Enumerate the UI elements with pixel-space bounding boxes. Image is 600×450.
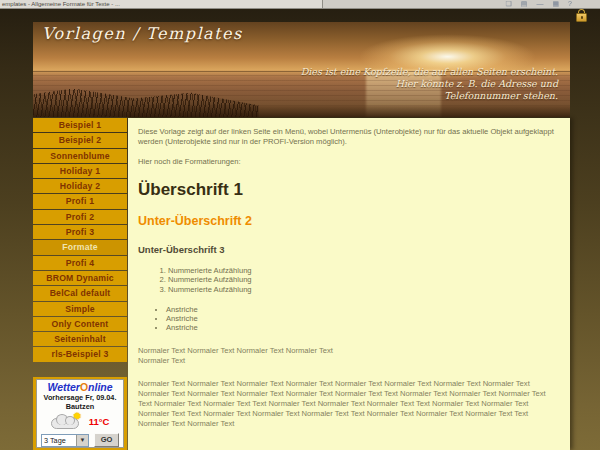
lock-icon bbox=[576, 9, 587, 22]
grid-icon[interactable]: ▤ bbox=[521, 0, 528, 8]
wetteronline-logo[interactable]: WetterOnline bbox=[47, 382, 112, 393]
sidebar-menu-item[interactable]: Profi 3 bbox=[33, 225, 127, 239]
bullet-list-item: Anstriche bbox=[166, 314, 558, 323]
browser-tab-title: emplates - Allgemeine Formate für Texte … bbox=[0, 0, 322, 8]
normal-text-block: Normaler Text Normaler Text Normaler Tex… bbox=[138, 346, 558, 366]
go-button[interactable]: GO bbox=[94, 433, 119, 447]
heading-2: Unter-Überschrift 2 bbox=[138, 214, 558, 228]
forecast-range-select[interactable]: 3 Tage ▼ bbox=[41, 434, 89, 447]
forecast-range-value: 3 Tage bbox=[42, 435, 76, 446]
sidebar-menu-item[interactable]: Only Content bbox=[33, 317, 127, 331]
sidebar-menu-item[interactable]: Sonnenblume bbox=[33, 149, 127, 163]
temperature-value: 11°C bbox=[89, 416, 110, 427]
sidebar-menu-item[interactable]: Formate bbox=[33, 240, 127, 254]
main-content: Diese Vorlage zeigt auf der linken Seite… bbox=[128, 118, 570, 450]
sidebar-menu: Beispiel 1Beispiel 2SonnenblumeHoliday 1… bbox=[33, 118, 127, 362]
intro-paragraph: Diese Vorlage zeigt auf der linken Seite… bbox=[138, 127, 558, 147]
sidebar-menu-item[interactable]: Profi 1 bbox=[33, 194, 127, 208]
long-text-block: Normaler Text Normaler Text Normaler Tex… bbox=[138, 379, 558, 429]
minimize-icon[interactable]: — bbox=[536, 0, 543, 8]
cloud-icon bbox=[51, 418, 79, 429]
sidebar-menu-item[interactable]: Profi 4 bbox=[33, 256, 127, 270]
header-tagline: Dies ist eine Kopfzeile, die auf allen S… bbox=[301, 66, 558, 102]
heading-1: Überschrift 1 bbox=[138, 180, 558, 199]
sidebar-menu-item[interactable]: BROM Dynamic bbox=[33, 271, 127, 285]
page-header-banner: Vorlagen / Templates Dies ist eine Kopfz… bbox=[33, 22, 570, 117]
partly-cloudy-icon: ✹ bbox=[51, 414, 81, 430]
sidebar-menu-item[interactable]: Holiday 1 bbox=[33, 164, 127, 178]
bullet-list-item: Anstriche bbox=[166, 305, 558, 314]
sidebar-menu-item[interactable]: BelCal default bbox=[33, 286, 127, 300]
bullet-list: AnstricheAnstricheAnstriche bbox=[138, 305, 558, 333]
tagline-line: Telefonnummer stehen. bbox=[301, 90, 558, 102]
numbered-list-item: Nummerierte Aufzählung bbox=[168, 285, 558, 294]
tagline-line: Dies ist eine Kopfzeile, die auf allen S… bbox=[301, 66, 558, 78]
numbered-list-item: Nummerierte Aufzählung bbox=[168, 275, 558, 284]
sidebar-menu-item[interactable]: Beispiel 1 bbox=[33, 118, 127, 132]
print-icon[interactable]: ▦ bbox=[552, 0, 559, 8]
browser-titlebar: emplates - Allgemeine Formate für Texte … bbox=[0, 0, 600, 9]
logo-sun-o: O bbox=[80, 381, 88, 393]
numbered-list: Nummerierte AufzählungNummerierte Aufzäh… bbox=[138, 266, 558, 294]
sidebar-menu-item[interactable]: Profi 2 bbox=[33, 210, 127, 224]
help-icon[interactable]: ? bbox=[568, 0, 572, 8]
sidebar-menu-item[interactable]: rls-Beispiel 3 bbox=[33, 347, 127, 361]
site-title: Vorlagen / Templates bbox=[42, 24, 243, 43]
browser-tab[interactable]: emplates - Allgemeine Formate für Texte … bbox=[0, 0, 323, 8]
sidebar-menu-item[interactable]: Holiday 2 bbox=[33, 179, 127, 193]
weather-widget: WetterOnline Vorhersage Fr, 09.04. Bautz… bbox=[33, 377, 127, 450]
sidebar-menu-item[interactable]: Beispiel 2 bbox=[33, 133, 127, 147]
page-icon[interactable]: ❏ bbox=[506, 0, 512, 8]
chevron-down-icon[interactable]: ▼ bbox=[76, 435, 88, 446]
numbered-list-item: Nummerierte Aufzählung bbox=[168, 266, 558, 275]
browser-toolbar-icons: ❏▤—▦? bbox=[506, 0, 572, 8]
forecast-label: Vorhersage Fr, 09.04. bbox=[44, 393, 117, 402]
tagline-line: Hier könnte z. B. die Adresse und bbox=[301, 78, 558, 90]
sidebar-menu-item[interactable]: Simple bbox=[33, 302, 127, 316]
formats-intro: Hier noch die Formatierungen: bbox=[138, 157, 558, 167]
heading-3: Unter-Überschrift 3 bbox=[138, 244, 558, 255]
sidebar-menu-item[interactable]: Seiteninhalt bbox=[33, 332, 127, 346]
bullet-list-item: Anstriche bbox=[166, 323, 558, 332]
